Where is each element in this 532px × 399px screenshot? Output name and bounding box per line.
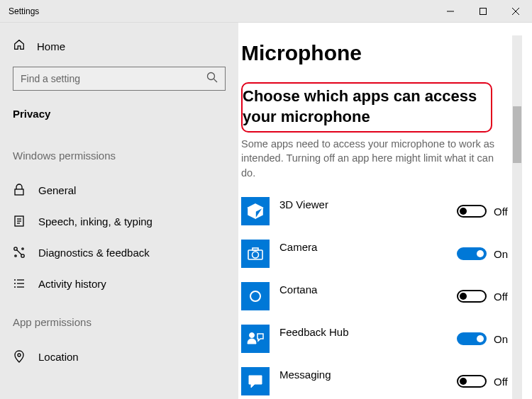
settings-window: Settings Home Find a setting Privacy: [0, 0, 532, 399]
sidebar-item-speech-inking-typing[interactable]: Speech, inking, & typing: [0, 206, 238, 237]
toggle-feedback-hub[interactable]: [457, 332, 487, 345]
toggle-camera[interactable]: [457, 247, 487, 260]
location-icon: [13, 350, 26, 363]
main: Microphone Choose which apps can access …: [238, 23, 532, 399]
svg-point-15: [15, 255, 16, 257]
toggle-wrap: Off: [457, 290, 512, 303]
titlebar: Settings: [0, 0, 532, 23]
sidebar-item-label: General: [38, 184, 76, 196]
toggle-3d-viewer[interactable]: [457, 205, 487, 218]
app-row: Cortana Off: [241, 275, 512, 317]
sidebar-item-activity-history[interactable]: Activity history: [0, 268, 238, 299]
toggle-label: On: [494, 333, 512, 345]
search-placeholder: Find a setting: [21, 73, 80, 84]
svg-point-4: [208, 73, 215, 80]
sidebar-section-windows-permissions: Windows permissions: [0, 142, 238, 174]
svg-point-22: [18, 354, 21, 356]
svg-rect-1: [480, 8, 487, 14]
toggle-wrap: On: [457, 247, 512, 260]
svg-point-14: [22, 248, 23, 249]
toggle-cortana[interactable]: [457, 290, 487, 303]
sidebar-item-label: Diagnostics & feedback: [38, 247, 150, 259]
svg-line-13: [17, 250, 22, 255]
sidebar-item-label: Activity history: [38, 278, 106, 290]
cube-icon: [241, 197, 270, 225]
sidebar-item-general[interactable]: General: [0, 174, 238, 206]
app-row: Messaging Off: [241, 360, 512, 399]
sidebar: Home Find a setting Privacy Windows perm…: [0, 23, 238, 399]
toggle-wrap: Off: [457, 375, 512, 388]
window-controls: [434, 0, 532, 23]
svg-point-26: [250, 291, 260, 301]
toggle-label: On: [494, 248, 512, 260]
camera-icon: [241, 240, 270, 268]
app-name: 3D Viewer: [279, 197, 457, 210]
history-icon: [13, 277, 26, 290]
diagnostics-icon: [13, 246, 26, 259]
scrollbar[interactable]: [512, 35, 522, 399]
sidebar-item-label: Location: [38, 351, 79, 363]
toggle-wrap: Off: [457, 205, 512, 218]
home-button[interactable]: Home: [0, 33, 238, 61]
close-button[interactable]: [499, 0, 532, 23]
svg-line-5: [214, 79, 218, 83]
toggle-label: Off: [494, 376, 512, 388]
lock-icon: [13, 184, 26, 196]
search-input[interactable]: Find a setting: [13, 67, 226, 91]
sidebar-item-label: Speech, inking, & typing: [38, 215, 153, 227]
sidebar-category: Privacy: [0, 101, 238, 133]
sidebar-section-app-permissions: App permissions: [0, 309, 238, 341]
sidebar-item-location[interactable]: Location: [0, 341, 238, 372]
app-row: 3D Viewer Off: [241, 190, 512, 232]
scrollbar-thumb[interactable]: [513, 106, 521, 163]
content: Microphone Choose which apps can access …: [238, 35, 512, 399]
toggle-label: Off: [494, 291, 512, 303]
body: Home Find a setting Privacy Windows perm…: [0, 23, 532, 399]
window-title: Settings: [9, 6, 39, 16]
home-icon: [13, 38, 26, 54]
section-description: Some apps need to access your microphone…: [241, 133, 511, 190]
search-icon: [206, 72, 218, 86]
minimize-button[interactable]: [434, 0, 467, 23]
svg-point-24: [253, 252, 259, 258]
maximize-button[interactable]: [467, 0, 499, 23]
home-label: Home: [37, 40, 65, 52]
clipboard-icon: [13, 215, 26, 227]
app-name: Messaging: [279, 367, 457, 381]
page-title: Microphone: [241, 35, 512, 82]
highlight-annotation: Choose which apps can access your microp…: [241, 82, 492, 133]
circle-icon: [241, 282, 270, 310]
feedback-icon: [241, 325, 270, 353]
toggle-messaging[interactable]: [457, 375, 487, 388]
app-name: Feedback Hub: [279, 325, 457, 338]
toggle-wrap: On: [457, 332, 512, 345]
section-subheader: Choose which apps can access your microp…: [243, 86, 484, 127]
app-row: Feedback Hub On: [241, 317, 512, 360]
svg-rect-25: [253, 248, 258, 250]
svg-rect-6: [15, 189, 23, 195]
app-name: Camera: [279, 240, 457, 253]
svg-point-27: [250, 333, 255, 338]
app-name: Cortana: [279, 282, 457, 296]
sidebar-item-diagnostics-feedback[interactable]: Diagnostics & feedback: [0, 237, 238, 268]
message-icon: [241, 367, 270, 395]
app-row: Camera On: [241, 232, 512, 275]
toggle-label: Off: [494, 206, 512, 218]
search-wrap: Find a setting: [0, 61, 238, 101]
